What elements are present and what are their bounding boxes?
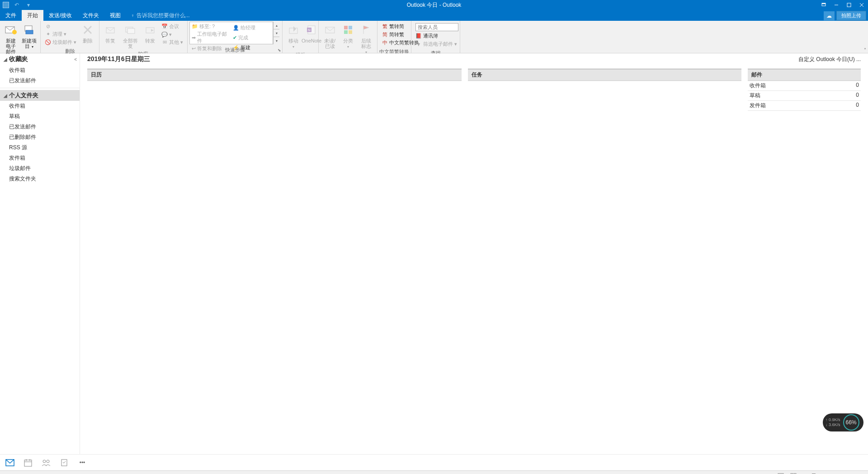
tab-home[interactable]: 开始 [22, 10, 43, 21]
quick-steps-gallery[interactable]: 📁移至: ? ➡工作组电子邮件 ↩答复和删除 👤给经理 ✔完成 ⚡新建 [189, 22, 273, 44]
svg-rect-9 [26, 30, 33, 34]
sidebar-item-rss[interactable]: RSS 源 [0, 142, 80, 153]
favorites-header[interactable]: ◢ 收藏夹 < [0, 53, 80, 65]
im-button[interactable]: 💬 ▾ [160, 31, 184, 38]
qs-scroll-up[interactable]: ▴ [274, 22, 279, 29]
sidebar-item-outbox[interactable]: 发件箱 [0, 153, 80, 163]
sidebar-item-search[interactable]: 搜索文件夹 [0, 174, 80, 184]
move-button[interactable]: 移动▾ [284, 22, 302, 51]
categorize-button[interactable]: 分类▾ [339, 22, 357, 51]
nav-calendar-icon[interactable] [24, 458, 33, 467]
app-icon [3, 2, 9, 8]
folder-move-icon: 📁 [192, 24, 198, 29]
mail-header: 邮件 [748, 69, 861, 81]
onenote-icon: N [304, 23, 319, 37]
t2s-icon: 繁 [382, 24, 388, 30]
svg-point-30 [43, 460, 46, 463]
clean-button[interactable]: ✦清理 ▾ [43, 30, 78, 38]
sidebar-collapse-button[interactable]: < [74, 57, 77, 62]
new-mail-button[interactable]: 新建 电子邮件 [2, 22, 20, 55]
tab-folder[interactable]: 文件夹 [77, 10, 104, 21]
ribbon-options-button[interactable] [817, 0, 830, 10]
sidebar-item-inbox2[interactable]: 收件箱 [0, 101, 80, 111]
filter-button[interactable]: ▼筛选电子邮件 ▾ [414, 40, 460, 48]
nav-mail-icon[interactable] [5, 458, 14, 467]
upload-button[interactable]: 拍照上传 [836, 11, 866, 20]
network-widget[interactable]: ↑ 0.9K/s ↓ 3.6K/s 66% [823, 413, 863, 431]
svg-rect-22 [349, 26, 352, 29]
nav-tasks-icon[interactable] [60, 458, 69, 467]
caret-down-icon: ◢ [4, 93, 7, 98]
sidebar-item-junk[interactable]: 垃圾邮件 [0, 163, 80, 174]
reply-all-button[interactable]: 全部答复 [119, 22, 141, 50]
sidebar-item-sent2[interactable]: 已发送邮件 [0, 122, 80, 132]
mail-panel: 邮件 收件箱0 草稿0 发件箱0 [748, 69, 861, 111]
sidebar-item-inbox[interactable]: 收件箱 [0, 65, 80, 76]
search-people[interactable] [414, 23, 460, 32]
lightbulb-icon: ♀ [131, 13, 134, 18]
folder-sidebar: ◢ 收藏夹 < 收件箱 已发送邮件 ◢ 个人文件夹 收件箱 草稿 已发送邮件 已… [0, 53, 80, 454]
undo-button[interactable]: ↶ [13, 1, 21, 9]
tell-me-search[interactable]: ♀ 告诉我您想要做什么... [131, 10, 189, 21]
delete-button[interactable]: 删除 [79, 22, 97, 44]
qat-customize-button[interactable]: ▾ [24, 1, 33, 9]
followup-button[interactable]: 后续标志▾ [357, 22, 375, 56]
ignore-button[interactable]: ⊘ [43, 23, 78, 30]
svg-rect-1 [822, 3, 826, 4]
svg-rect-26 [24, 460, 32, 466]
other-button[interactable]: ✉其他 ▾ [160, 38, 184, 46]
search-people-input[interactable] [415, 23, 458, 31]
mail-row-outbox[interactable]: 发件箱0 [748, 101, 861, 111]
nav-people-icon[interactable] [42, 458, 51, 467]
tab-view[interactable]: 视图 [104, 10, 126, 21]
meeting-button[interactable]: 📅会议 [160, 23, 184, 30]
maximize-button[interactable] [843, 0, 855, 10]
personal-folders-header[interactable]: ◢ 个人文件夹 [0, 90, 80, 101]
calendar-panel: 日历 [87, 69, 462, 111]
sidebar-item-deleted[interactable]: 已删除邮件 [0, 132, 80, 142]
view-reading-button[interactable] [789, 472, 798, 474]
reply-icon [103, 23, 118, 37]
onenote-button[interactable]: NOneNote [302, 22, 321, 44]
nav-more-icon[interactable]: ••• [78, 458, 87, 467]
done-icon: ✔ [233, 35, 237, 41]
addressbook-button[interactable]: 📕通讯簿 [414, 32, 460, 40]
cloud-upload-icon[interactable]: ☁ [824, 11, 835, 20]
mail-row-inbox[interactable]: 收件箱0 [748, 81, 861, 91]
divider [0, 88, 80, 88]
minimize-button[interactable] [830, 0, 843, 10]
mail-icon: ✉ [161, 39, 168, 46]
flag-icon [359, 23, 373, 37]
quicksteps-launcher[interactable]: ⬊ [278, 48, 281, 52]
sidebar-item-drafts[interactable]: 草稿 [0, 111, 80, 122]
svg-rect-21 [344, 26, 348, 29]
ignore-icon: ⊘ [45, 23, 51, 29]
forward-button[interactable]: 转发 [141, 22, 159, 44]
junk-button[interactable]: 🚫垃圾邮件 ▾ [43, 38, 78, 46]
close-button[interactable] [855, 0, 868, 10]
calendar-header: 日历 [87, 69, 462, 81]
qs-scroll-down[interactable]: ▾ [274, 29, 279, 37]
title-bar: ↶ ▾ Outlook 今日 - Outlook [0, 0, 868, 10]
meeting-icon: 📅 [161, 24, 168, 30]
reply-all-icon [123, 23, 137, 37]
svg-point-31 [47, 460, 49, 463]
tab-file[interactable]: 文件 [0, 10, 22, 21]
new-item-icon [22, 23, 37, 37]
qs-expand[interactable]: ▾ [274, 37, 279, 44]
date-title: 2019年11月6日星期三 [87, 55, 150, 63]
broom-icon: ✦ [45, 31, 51, 38]
reply-button[interactable]: 答复 [101, 22, 119, 44]
new-mail-icon [4, 23, 18, 37]
view-normal-button[interactable] [776, 472, 785, 474]
new-item-button[interactable]: 新建项目 ▾ [20, 22, 38, 51]
collapse-ribbon-button[interactable]: ˄ [864, 47, 866, 52]
customize-link[interactable]: 自定义 Outlook 今日(U) ... [798, 56, 861, 63]
sidebar-item-sent[interactable]: 已发送邮件 [0, 76, 80, 86]
svg-rect-3 [847, 3, 851, 7]
ribbon: 新建 电子邮件 新建项目 ▾ 新建 ⊘ ✦清理 ▾ 🚫垃圾邮件 ▾ 删除 删除 [0, 21, 868, 53]
tab-send-receive[interactable]: 发送/接收 [43, 10, 77, 21]
unread-button[interactable]: 未读/已读 [321, 22, 339, 50]
mail-row-drafts[interactable]: 草稿0 [748, 91, 861, 101]
menu-bar: 文件 开始 发送/接收 文件夹 视图 ♀ 告诉我您想要做什么... ☁ 拍照上传 [0, 10, 868, 21]
